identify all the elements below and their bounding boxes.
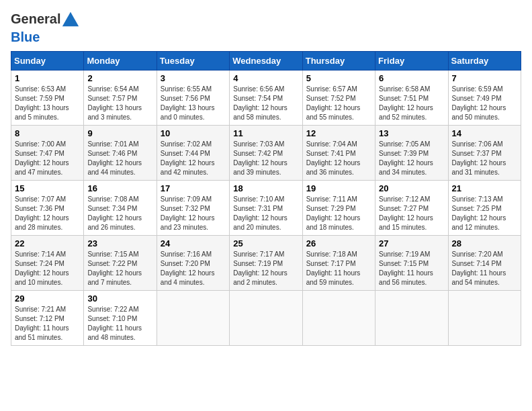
calendar-cell: 18Sunrise: 7:10 AM Sunset: 7:31 PM Dayli… xyxy=(230,181,302,236)
day-info: Sunrise: 7:20 AM Sunset: 7:14 PM Dayligh… xyxy=(452,250,517,287)
day-info: Sunrise: 7:08 AM Sunset: 7:34 PM Dayligh… xyxy=(87,195,152,232)
day-number: 23 xyxy=(87,238,152,248)
calendar-cell xyxy=(302,291,375,346)
weekday-header-wednesday: Wednesday xyxy=(230,52,302,71)
calendar-week-4: 22Sunrise: 7:14 AM Sunset: 7:24 PM Dayli… xyxy=(11,236,521,291)
calendar-table: SundayMondayTuesdayWednesdayThursdayFrid… xyxy=(11,51,521,346)
day-info: Sunrise: 7:17 AM Sunset: 7:19 PM Dayligh… xyxy=(233,250,298,287)
calendar-cell: 26Sunrise: 7:18 AM Sunset: 7:17 PM Dayli… xyxy=(302,236,375,291)
calendar-cell: 9Sunrise: 7:01 AM Sunset: 7:46 PM Daylig… xyxy=(84,126,157,181)
calendar-cell xyxy=(375,291,448,346)
calendar-cell: 25Sunrise: 7:17 AM Sunset: 7:19 PM Dayli… xyxy=(230,236,302,291)
day-number: 14 xyxy=(452,128,517,138)
day-number: 2 xyxy=(87,73,152,83)
day-info: Sunrise: 7:02 AM Sunset: 7:44 PM Dayligh… xyxy=(161,140,226,177)
day-number: 29 xyxy=(15,293,80,304)
day-number: 24 xyxy=(161,238,226,248)
day-info: Sunrise: 7:19 AM Sunset: 7:15 PM Dayligh… xyxy=(379,250,444,287)
day-info: Sunrise: 7:16 AM Sunset: 7:20 PM Dayligh… xyxy=(161,250,226,287)
day-number: 21 xyxy=(452,183,517,193)
day-number: 9 xyxy=(87,128,152,138)
weekday-header-sunday: Sunday xyxy=(11,52,84,71)
day-info: Sunrise: 7:15 AM Sunset: 7:22 PM Dayligh… xyxy=(87,250,152,287)
calendar-cell: 11Sunrise: 7:03 AM Sunset: 7:42 PM Dayli… xyxy=(230,126,302,181)
calendar-week-2: 8Sunrise: 7:00 AM Sunset: 7:47 PM Daylig… xyxy=(11,126,521,181)
day-info: Sunrise: 6:57 AM Sunset: 7:52 PM Dayligh… xyxy=(306,85,371,122)
logo-text: General Blue xyxy=(11,11,81,44)
day-number: 5 xyxy=(306,73,371,83)
calendar-cell: 1Sunrise: 6:53 AM Sunset: 7:59 PM Daylig… xyxy=(11,71,84,126)
calendar-cell: 23Sunrise: 7:15 AM Sunset: 7:22 PM Dayli… xyxy=(84,236,157,291)
calendar-cell: 5Sunrise: 6:57 AM Sunset: 7:52 PM Daylig… xyxy=(302,71,375,126)
calendar-cell: 16Sunrise: 7:08 AM Sunset: 7:34 PM Dayli… xyxy=(84,181,157,236)
calendar-cell: 6Sunrise: 6:58 AM Sunset: 7:51 PM Daylig… xyxy=(375,71,448,126)
day-info: Sunrise: 7:21 AM Sunset: 7:12 PM Dayligh… xyxy=(15,305,80,342)
day-info: Sunrise: 6:55 AM Sunset: 7:56 PM Dayligh… xyxy=(161,85,226,122)
day-number: 26 xyxy=(306,238,371,248)
day-info: Sunrise: 7:22 AM Sunset: 7:10 PM Dayligh… xyxy=(87,305,152,342)
day-info: Sunrise: 7:03 AM Sunset: 7:42 PM Dayligh… xyxy=(233,140,298,177)
day-info: Sunrise: 7:10 AM Sunset: 7:31 PM Dayligh… xyxy=(233,195,298,232)
day-number: 16 xyxy=(87,183,152,193)
day-info: Sunrise: 7:13 AM Sunset: 7:25 PM Dayligh… xyxy=(452,195,517,232)
calendar-cell: 21Sunrise: 7:13 AM Sunset: 7:25 PM Dayli… xyxy=(448,181,521,236)
day-info: Sunrise: 7:14 AM Sunset: 7:24 PM Dayligh… xyxy=(15,250,80,287)
weekday-header-thursday: Thursday xyxy=(302,52,375,71)
calendar-cell: 4Sunrise: 6:56 AM Sunset: 7:54 PM Daylig… xyxy=(230,71,302,126)
day-number: 13 xyxy=(379,128,444,138)
day-info: Sunrise: 7:05 AM Sunset: 7:39 PM Dayligh… xyxy=(379,140,444,177)
calendar-cell: 14Sunrise: 7:06 AM Sunset: 7:37 PM Dayli… xyxy=(448,126,521,181)
day-info: Sunrise: 7:01 AM Sunset: 7:46 PM Dayligh… xyxy=(87,140,152,177)
calendar-cell: 28Sunrise: 7:20 AM Sunset: 7:14 PM Dayli… xyxy=(448,236,521,291)
day-number: 4 xyxy=(233,73,298,83)
day-info: Sunrise: 6:56 AM Sunset: 7:54 PM Dayligh… xyxy=(233,85,298,122)
day-info: Sunrise: 7:06 AM Sunset: 7:37 PM Dayligh… xyxy=(452,140,517,177)
calendar-cell: 29Sunrise: 7:21 AM Sunset: 7:12 PM Dayli… xyxy=(11,291,84,346)
calendar-week-1: 1Sunrise: 6:53 AM Sunset: 7:59 PM Daylig… xyxy=(11,71,521,126)
calendar-cell: 8Sunrise: 7:00 AM Sunset: 7:47 PM Daylig… xyxy=(11,126,84,181)
day-number: 28 xyxy=(452,238,517,248)
day-number: 19 xyxy=(306,183,371,193)
day-info: Sunrise: 6:54 AM Sunset: 7:57 PM Dayligh… xyxy=(87,85,152,122)
weekday-header-tuesday: Tuesday xyxy=(157,52,229,71)
day-number: 25 xyxy=(233,238,298,248)
day-number: 7 xyxy=(452,73,517,83)
day-number: 22 xyxy=(15,238,80,248)
day-info: Sunrise: 7:04 AM Sunset: 7:41 PM Dayligh… xyxy=(306,140,371,177)
day-info: Sunrise: 6:53 AM Sunset: 7:59 PM Dayligh… xyxy=(15,85,80,122)
calendar-cell: 20Sunrise: 7:12 AM Sunset: 7:27 PM Dayli… xyxy=(375,181,448,236)
day-info: Sunrise: 7:18 AM Sunset: 7:17 PM Dayligh… xyxy=(306,250,371,287)
calendar-cell: 7Sunrise: 6:59 AM Sunset: 7:49 PM Daylig… xyxy=(448,71,521,126)
calendar-cell: 10Sunrise: 7:02 AM Sunset: 7:44 PM Dayli… xyxy=(157,126,229,181)
day-number: 10 xyxy=(161,128,226,138)
day-info: Sunrise: 7:09 AM Sunset: 7:32 PM Dayligh… xyxy=(161,195,226,232)
day-number: 12 xyxy=(306,128,371,138)
day-info: Sunrise: 6:58 AM Sunset: 7:51 PM Dayligh… xyxy=(379,85,444,122)
day-info: Sunrise: 7:07 AM Sunset: 7:36 PM Dayligh… xyxy=(15,195,80,232)
calendar-cell: 24Sunrise: 7:16 AM Sunset: 7:20 PM Dayli… xyxy=(157,236,229,291)
day-number: 11 xyxy=(233,128,298,138)
calendar-cell: 17Sunrise: 7:09 AM Sunset: 7:32 PM Dayli… xyxy=(157,181,229,236)
calendar-cell xyxy=(157,291,229,346)
calendar-cell: 12Sunrise: 7:04 AM Sunset: 7:41 PM Dayli… xyxy=(302,126,375,181)
day-number: 17 xyxy=(161,183,226,193)
weekday-header-saturday: Saturday xyxy=(448,52,521,71)
calendar-cell: 19Sunrise: 7:11 AM Sunset: 7:29 PM Dayli… xyxy=(302,181,375,236)
calendar-cell: 2Sunrise: 6:54 AM Sunset: 7:57 PM Daylig… xyxy=(84,71,157,126)
logo-general: General xyxy=(11,11,60,26)
page-header: General Blue xyxy=(11,11,521,44)
calendar-cell: 22Sunrise: 7:14 AM Sunset: 7:24 PM Dayli… xyxy=(11,236,84,291)
day-number: 6 xyxy=(379,73,444,83)
logo: General Blue xyxy=(11,11,81,44)
calendar-week-3: 15Sunrise: 7:07 AM Sunset: 7:36 PM Dayli… xyxy=(11,181,521,236)
day-number: 1 xyxy=(15,73,80,83)
day-info: Sunrise: 7:00 AM Sunset: 7:47 PM Dayligh… xyxy=(15,140,80,177)
svg-marker-0 xyxy=(62,12,79,26)
calendar-cell: 15Sunrise: 7:07 AM Sunset: 7:36 PM Dayli… xyxy=(11,181,84,236)
calendar-cell: 13Sunrise: 7:05 AM Sunset: 7:39 PM Dayli… xyxy=(375,126,448,181)
day-info: Sunrise: 7:12 AM Sunset: 7:27 PM Dayligh… xyxy=(379,195,444,232)
day-info: Sunrise: 7:11 AM Sunset: 7:29 PM Dayligh… xyxy=(306,195,371,232)
day-number: 20 xyxy=(379,183,444,193)
calendar-week-5: 29Sunrise: 7:21 AM Sunset: 7:12 PM Dayli… xyxy=(11,291,521,346)
logo-blue: Blue xyxy=(11,30,40,44)
